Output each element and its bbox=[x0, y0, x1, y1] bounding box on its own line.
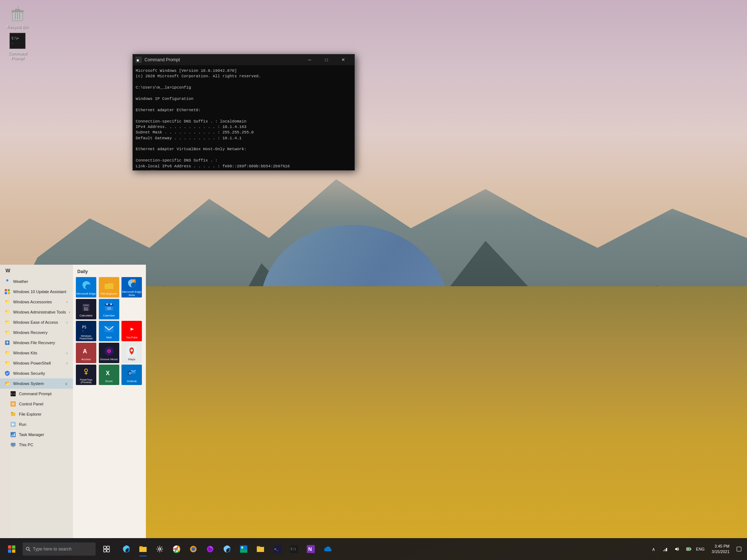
tile-fileexplorer[interactable]: File Explorer bbox=[99, 277, 119, 298]
cmd-window[interactable]: ■ Command Prompt ─ □ ✕ Microsoft Windows… bbox=[132, 54, 355, 171]
start-item-taskmanager[interactable]: Task Manager bbox=[0, 429, 73, 440]
cmd-desktop-icon[interactable]: C:\> _ CommandPrompt bbox=[3, 32, 32, 61]
svg-rect-34 bbox=[105, 283, 113, 289]
start-item-easeofaccess[interactable]: 📁 Windows Ease of Access › bbox=[0, 317, 73, 327]
taskbar-cmd[interactable]: C:\ bbox=[286, 541, 302, 557]
start-button[interactable] bbox=[3, 540, 20, 558]
cmd-maximize-button[interactable]: □ bbox=[318, 54, 335, 65]
start-left-panel: W Weather Windows 10 Update Ass bbox=[0, 265, 73, 538]
taskbar-firefox[interactable] bbox=[185, 541, 201, 557]
tile-empty bbox=[121, 299, 142, 319]
tile-row-2: Calculator 15 Calendar bbox=[76, 299, 143, 319]
start-item-weather[interactable]: Weather bbox=[0, 276, 73, 287]
svg-rect-49 bbox=[111, 303, 112, 305]
systray-battery[interactable] bbox=[684, 541, 694, 557]
start-item-system[interactable]: 📂 Windows System ∨ bbox=[0, 378, 73, 389]
systray-notification[interactable] bbox=[734, 541, 744, 557]
taskbar-fileexplorer[interactable] bbox=[135, 541, 151, 557]
tile-calculator[interactable]: Calculator bbox=[76, 299, 96, 319]
start-item-admintools[interactable]: 📁 Windows Administrative Tools › bbox=[0, 307, 73, 317]
start-item-filerecovery[interactable]: Windows File Recovery bbox=[0, 338, 73, 348]
start-item-recovery[interactable]: 📁 Windows Recovery bbox=[0, 327, 73, 338]
cmd-desktop-label: CommandPrompt bbox=[8, 51, 27, 61]
tile-excel[interactable]: X Excel bbox=[99, 365, 119, 385]
start-item-accessories[interactable]: 📁 Windows Accessories › bbox=[0, 297, 73, 307]
systray-network[interactable] bbox=[660, 541, 670, 557]
svg-rect-15 bbox=[5, 292, 7, 294]
tile-row-3: PS >_ Windows PowerShell Mail bbox=[76, 321, 143, 341]
recovery-folder-icon: 📁 bbox=[4, 330, 10, 335]
cmd-minimize-button[interactable]: ─ bbox=[301, 54, 318, 65]
clock-time: 3:45 PM bbox=[710, 544, 729, 549]
recycle-bin-label: Recycle Bin bbox=[7, 24, 28, 29]
start-item-run[interactable]: Run bbox=[0, 419, 73, 429]
admintools-folder-icon: 📁 bbox=[4, 309, 10, 315]
tile-mail[interactable]: Mail bbox=[99, 321, 119, 341]
security-label: Windows Security bbox=[13, 371, 45, 376]
svg-text:>_: >_ bbox=[274, 547, 278, 551]
start-item-fileexplorer[interactable]: File Explorer bbox=[0, 409, 73, 419]
tile-youtube[interactable]: YouTube bbox=[121, 321, 142, 341]
cmd-close-button[interactable]: ✕ bbox=[335, 54, 352, 65]
w10-icon bbox=[4, 289, 10, 295]
taskbar-search[interactable]: Type here to search bbox=[23, 542, 96, 556]
recycle-bin-icon[interactable]: Recycle Bin bbox=[3, 5, 32, 29]
weather-icon bbox=[4, 279, 10, 284]
tile-access[interactable]: A Access bbox=[76, 343, 96, 363]
taskbar-edge2[interactable] bbox=[219, 541, 235, 557]
recycle-bin-image bbox=[9, 5, 26, 23]
taskbar-onenote[interactable]: N bbox=[303, 541, 319, 557]
systray-sound[interactable] bbox=[672, 541, 682, 557]
tile-outlook[interactable]: O Outlook bbox=[121, 365, 142, 385]
tile-maps[interactable]: Maps bbox=[121, 343, 142, 363]
easeofaccess-label: Windows Ease of Access bbox=[13, 320, 58, 324]
excel-tile-icon: X bbox=[103, 367, 115, 379]
mail-tile-label: Mail bbox=[106, 336, 112, 339]
svg-point-86 bbox=[159, 548, 161, 550]
tile-calendar[interactable]: 15 Calendar bbox=[99, 299, 119, 319]
taskbar-onedrive[interactable] bbox=[320, 541, 336, 557]
admintools-chevron: › bbox=[69, 310, 70, 314]
tile-row-1: Microsoft Edge File Explorer bbox=[76, 277, 143, 298]
taskbar-chrome[interactable] bbox=[169, 541, 185, 557]
start-item-powershell[interactable]: 📁 Windows PowerShell › bbox=[0, 358, 73, 368]
svg-marker-106 bbox=[675, 547, 677, 551]
system-clock[interactable]: 3:45 PM 3/15/2021 bbox=[707, 544, 732, 555]
cmd-titlebar[interactable]: ■ Command Prompt ─ □ ✕ bbox=[133, 54, 355, 65]
taskbar-terminal[interactable]: >_ bbox=[269, 541, 285, 557]
svg-rect-23 bbox=[11, 413, 15, 416]
system-folder-icon: 📂 bbox=[4, 381, 10, 386]
start-item-cmd[interactable]: C:\ Command Prompt bbox=[0, 389, 73, 399]
tile-edge[interactable]: Microsoft Edge bbox=[76, 277, 96, 298]
taskbar-app-misc1[interactable] bbox=[202, 541, 218, 557]
cmd-desktop-image: C:\> _ bbox=[9, 32, 26, 50]
svg-rect-110 bbox=[737, 547, 741, 551]
cmd-body[interactable]: Microsoft Windows [Version 10.0.19042.87… bbox=[133, 65, 355, 170]
taskbar-edge[interactable] bbox=[118, 541, 134, 557]
start-item-thispc[interactable]: This PC bbox=[0, 440, 73, 450]
svg-text:O: O bbox=[129, 372, 131, 375]
start-right-panel: Daily Microsoft Edge bbox=[73, 265, 146, 538]
tile-edge-beta[interactable]: β Microsoft Edge Beta bbox=[121, 277, 142, 298]
start-item-w10update[interactable]: Windows 10 Update Assistant bbox=[0, 287, 73, 297]
svg-rect-48 bbox=[107, 303, 108, 305]
start-item-kits[interactable]: 📁 Windows Kits › bbox=[0, 348, 73, 358]
tile-groovemusic[interactable]: Groove Music bbox=[99, 343, 119, 363]
calc-tile-icon bbox=[80, 302, 92, 313]
start-item-security[interactable]: Windows Security bbox=[0, 368, 73, 378]
tile-powershell[interactable]: PS >_ Windows PowerShell bbox=[76, 321, 96, 341]
taskbar-photos[interactable] bbox=[236, 541, 252, 557]
run-icon bbox=[10, 421, 16, 427]
taskview-button[interactable] bbox=[98, 540, 115, 558]
youtube-tile-icon bbox=[126, 323, 138, 335]
systray-chevron[interactable]: ∧ bbox=[649, 541, 659, 557]
taskbar-explorer2[interactable] bbox=[252, 541, 268, 557]
start-item-controlpanel[interactable]: Control Panel bbox=[0, 399, 73, 409]
taskbar-settings[interactable] bbox=[152, 541, 168, 557]
svg-rect-105 bbox=[666, 548, 667, 551]
tile-powertoys[interactable]: PowerToys (Preview) bbox=[76, 365, 96, 385]
fileexplorer-tile-label: File Explorer bbox=[101, 292, 117, 295]
systray-language[interactable]: ENG bbox=[695, 541, 705, 557]
svg-rect-21 bbox=[11, 401, 16, 407]
svg-point-12 bbox=[6, 279, 8, 281]
